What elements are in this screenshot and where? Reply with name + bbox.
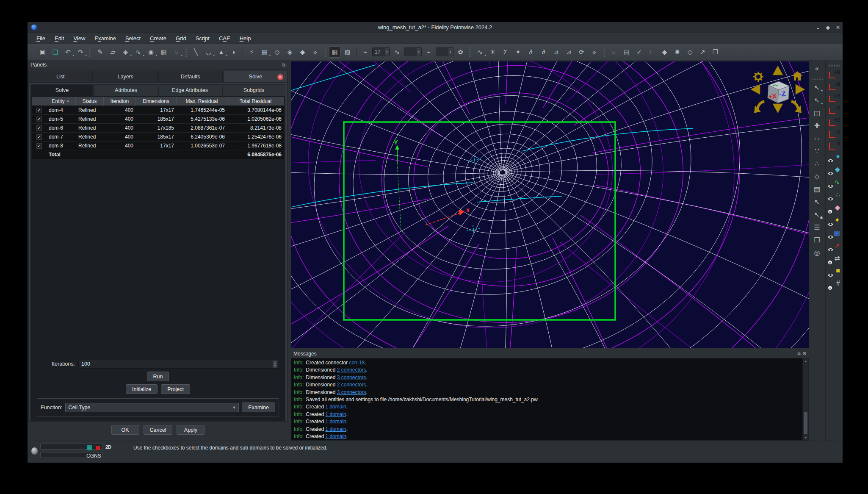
- diamond-outline-button[interactable]: ◇: [684, 46, 696, 58]
- subtab-subgrids[interactable]: Subgrids: [222, 84, 285, 96]
- connector-spacing-button[interactable]: ∿: [391, 46, 403, 58]
- message-link[interactable]: 1 domain: [325, 411, 346, 417]
- messages-scrollbar[interactable]: ▲ ▼: [802, 358, 808, 440]
- view-axis-plusZ[interactable]: +Z: [827, 116, 841, 128]
- arc-caret-icon[interactable]: ▾: [213, 54, 215, 57]
- tab-list[interactable]: List: [28, 71, 93, 82]
- solve-bolt-button[interactable]: ⚡: [246, 46, 257, 58]
- iterations-spinner[interactable]: ▲▼: [273, 361, 277, 368]
- close-messages-icon[interactable]: ⊠: [803, 351, 806, 356]
- subtab-attributes[interactable]: Attributes: [94, 84, 158, 96]
- dimension-input[interactable]: 17▼: [372, 47, 390, 56]
- show-points-icon[interactable]: ∴: [827, 190, 841, 202]
- message-link[interactable]: 2 connectors: [337, 367, 366, 373]
- table-row[interactable]: ✓dom-4Refined40017x171.7465244e-053.7080…: [32, 106, 284, 115]
- menu-file[interactable]: File: [33, 34, 49, 43]
- row-checkbox[interactable]: ✓: [36, 125, 42, 131]
- nudge-pad[interactable]: ✚: [810, 119, 824, 132]
- diamond-select[interactable]: ◇: [810, 170, 824, 183]
- connector-dimension-button[interactable]: ⌁: [359, 46, 371, 58]
- row-checkbox[interactable]: ✓: [36, 143, 42, 149]
- view-cube-button[interactable]: ▱: [107, 46, 119, 58]
- re-solve-button[interactable]: ⟳: [576, 46, 587, 58]
- spline-edit-button[interactable]: ∿▾: [474, 46, 486, 58]
- spline-edit-caret-icon[interactable]: ▾: [484, 54, 486, 57]
- tab-defaults[interactable]: Defaults: [158, 71, 223, 82]
- message-link[interactable]: 1 domain: [325, 404, 346, 410]
- message-link[interactable]: con-18: [349, 360, 365, 366]
- cone-button[interactable]: ▲▾: [216, 46, 227, 58]
- message-link[interactable]: 1 domain: [325, 419, 346, 425]
- show-database-icon[interactable]: ●: [827, 152, 841, 164]
- redo-caret-icon[interactable]: ▾: [85, 54, 87, 57]
- palette-button[interactable]: ◉▾: [145, 46, 157, 58]
- tree-up[interactable]: ∵: [810, 145, 824, 157]
- message-link[interactable]: 3 connectors: [337, 375, 366, 380]
- project-button[interactable]: Project: [161, 384, 190, 394]
- tree-down[interactable]: ∴: [810, 158, 824, 170]
- show-blocks-icon[interactable]: ■: [827, 266, 841, 278]
- dimension-input-caret-icon[interactable]: ▼: [385, 48, 389, 56]
- network-button[interactable]: ✳: [487, 46, 498, 58]
- show-axes-icon[interactable]: ↗: [827, 241, 841, 253]
- zoom-tool[interactable]: ◎: [810, 247, 824, 259]
- row-checkbox[interactable]: ✓: [36, 134, 42, 140]
- view-axis-minusY[interactable]: -Y: [827, 104, 841, 116]
- float-messages-icon[interactable]: ⧉: [797, 351, 800, 356]
- initialize-button[interactable]: Initialize: [126, 384, 158, 394]
- menu-examine[interactable]: Examine: [91, 34, 120, 43]
- view-axis-minusX[interactable]: -X: [827, 80, 841, 92]
- partial-y-button[interactable]: ∂: [538, 46, 549, 58]
- more-chevron-button[interactable]: »: [310, 46, 321, 58]
- check-quad-button[interactable]: ✓: [633, 46, 645, 58]
- draw-spline-button[interactable]: ∿▾: [133, 46, 144, 58]
- mesh-diamond-caret-icon[interactable]: ▾: [130, 54, 132, 57]
- quad-mesh-button[interactable]: ◈: [284, 46, 296, 58]
- partial-x-button[interactable]: ∂: [525, 46, 536, 58]
- pointer-settings[interactable]: ↖✱: [810, 208, 824, 221]
- row-checkbox[interactable]: ✓: [36, 108, 42, 113]
- copy-stack-button[interactable]: ❐: [710, 46, 721, 58]
- distribution-input-caret-icon[interactable]: ▼: [448, 48, 453, 56]
- block-solve-button[interactable]: ▦▾: [259, 46, 270, 58]
- collapse-panels[interactable]: «: [810, 62, 824, 75]
- select-remove-cursor[interactable]: ↖−: [810, 94, 824, 106]
- select-add-cursor[interactable]: ↖+: [810, 81, 824, 94]
- diamond-tool-button[interactable]: ◆: [659, 46, 670, 58]
- column-header-Entity[interactable]: Entity▼: [46, 97, 76, 105]
- hide-grid-lines-icon[interactable]: #✕: [827, 279, 841, 291]
- menu-cae[interactable]: CAE: [215, 34, 234, 43]
- structured-grid-button[interactable]: ▦: [329, 46, 340, 58]
- menu-script[interactable]: Script: [192, 34, 213, 43]
- draw-spline-caret-icon[interactable]: ▾: [143, 54, 144, 57]
- undo-caret-icon[interactable]: ▾: [72, 54, 74, 57]
- message-link[interactable]: 1 domain: [325, 426, 346, 432]
- message-link[interactable]: 3 connectors: [337, 389, 366, 395]
- iterations-input[interactable]: 100 ▲▼: [78, 360, 278, 369]
- arc-button[interactable]: ◡▾: [203, 46, 214, 58]
- cancel-button[interactable]: Cancel: [144, 425, 173, 435]
- examine-button[interactable]: Examine: [242, 402, 275, 412]
- table-row[interactable]: ✓dom-7Refined400185x176.2405309e-061.254…: [32, 133, 284, 142]
- show-grid-icon[interactable]: ▦: [827, 228, 841, 240]
- unstructured-grid-button[interactable]: ▨: [342, 46, 353, 58]
- mesh-stack[interactable]: ▤: [810, 183, 824, 195]
- fan-button[interactable]: ◗: [228, 46, 240, 58]
- column-header-Status[interactable]: Status: [76, 97, 104, 105]
- menu-help[interactable]: Help: [236, 34, 255, 43]
- layout-grid-button[interactable]: ▦: [158, 46, 169, 58]
- scrollbar-thumb[interactable]: [804, 412, 807, 434]
- subtab-solve[interactable]: Solve: [30, 84, 94, 96]
- column-header-Iteration[interactable]: Iteration: [104, 97, 136, 105]
- ok-button[interactable]: OK: [111, 425, 139, 435]
- row-checkbox[interactable]: ✓: [36, 117, 42, 122]
- show-sources-icon[interactable]: ✦: [827, 215, 841, 228]
- new-file-button[interactable]: ❏: [50, 46, 61, 58]
- view-axis-plusX[interactable]: +X: [827, 69, 841, 80]
- triangle-add-button[interactable]: ⊿: [550, 46, 562, 58]
- messages-log[interactable]: ▲ ▼ Info:Created connector con-18.Info:D…: [291, 358, 809, 441]
- undo-button[interactable]: ↶▾: [62, 46, 74, 58]
- function-combobox[interactable]: Cell Type ▼: [65, 403, 239, 412]
- probe-button[interactable]: ✎: [94, 46, 106, 58]
- quad-button[interactable]: ◇: [271, 46, 283, 58]
